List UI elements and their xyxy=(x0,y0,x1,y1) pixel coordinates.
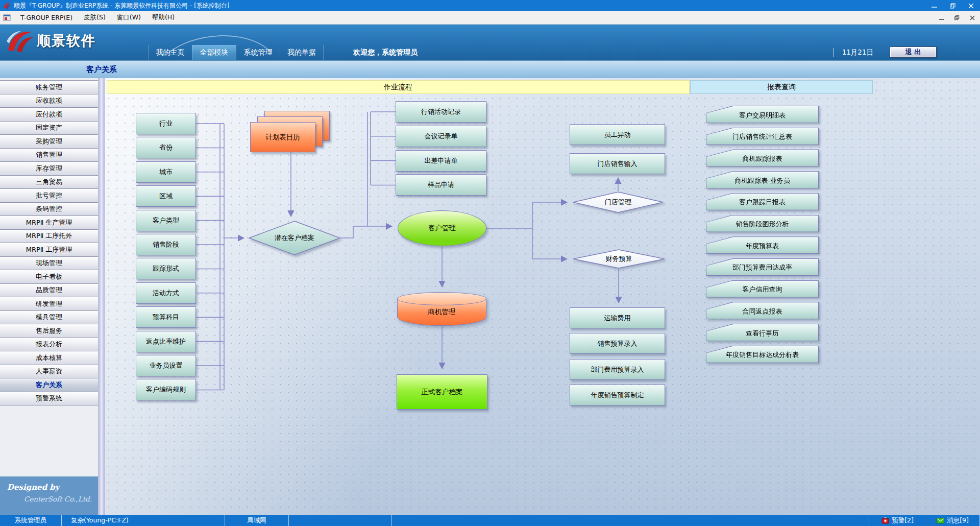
sidebar-item[interactable]: 研发管理 xyxy=(0,297,98,311)
close-icon[interactable] xyxy=(962,0,980,11)
report-box[interactable]: 查看行事历 xyxy=(706,324,819,341)
store-management-diamond[interactable]: 门店管理 xyxy=(573,192,664,213)
report-box[interactable]: 商机跟踪表-业务员 xyxy=(706,171,819,188)
flow-box[interactable]: 客户编码规则 xyxy=(136,379,196,400)
sidebar-item[interactable]: 条码管控 xyxy=(0,203,98,217)
sidebar-item[interactable]: 人事薪资 xyxy=(0,365,98,379)
flow-box[interactable]: 返点比率维护 xyxy=(136,331,196,352)
title-bar: 顺景『T-GROUP』制造业ERP系统 - 东莞顺景软件科技有限公司 - [系统… xyxy=(0,0,980,11)
flow-box[interactable]: 客户类型 xyxy=(136,210,196,231)
sidebar-splitter[interactable] xyxy=(99,78,105,515)
sidebar-item[interactable]: MRPⅡ 工序管理 xyxy=(0,243,98,257)
status-empty-cell xyxy=(288,515,391,526)
sidebar-item[interactable]: 成本核算 xyxy=(0,351,98,365)
restore-icon[interactable] xyxy=(943,0,962,11)
report-box[interactable]: 年度销售目标达成分析表 xyxy=(706,346,819,363)
flow-box[interactable]: 城市 xyxy=(136,161,196,183)
report-box[interactable]: 客户跟踪日报表 xyxy=(706,193,819,210)
report-box[interactable]: 销售阶段图形分析 xyxy=(706,215,819,232)
report-box[interactable]: 客户信用查询 xyxy=(706,280,819,298)
status-alert[interactable]: 预警[2] xyxy=(869,515,926,526)
menu-item-3[interactable]: 帮助(H) xyxy=(146,11,180,24)
report-box-label: 商机跟踪报表 xyxy=(706,149,819,166)
status-user: 系统管理员 xyxy=(0,515,61,526)
designed-by-panel: Designed by CenterSoft Co.,Ltd. xyxy=(0,476,98,515)
flow-box[interactable]: 员工异动 xyxy=(570,124,665,145)
flow-box[interactable]: 行业 xyxy=(136,113,196,134)
sidebar-item[interactable]: 销售管理 xyxy=(0,149,98,162)
tab-1[interactable]: 全部模块 xyxy=(192,45,236,60)
sidebar-item[interactable]: 客户关系 xyxy=(0,378,98,392)
report-box[interactable]: 年度预算表 xyxy=(706,236,819,254)
module-list: 账务管理应收款项应付款项固定资产采购管理销售管理库存管理三角贸易批号管控条码管控… xyxy=(0,80,98,405)
sidebar-item[interactable]: 应付款项 xyxy=(0,108,98,122)
flow-box[interactable]: 门店销售输入 xyxy=(570,153,665,174)
module-sub-header: 客户关系 xyxy=(0,60,980,78)
flow-box[interactable]: 销售预算录入 xyxy=(570,333,665,354)
flow-box[interactable]: 出差申请单 xyxy=(396,150,486,172)
flow-box[interactable]: 部门费用预算录入 xyxy=(570,359,665,380)
sidebar-item[interactable]: MRPⅡ 生产管理 xyxy=(0,216,98,230)
report-box[interactable]: 合同返点报表 xyxy=(706,302,819,319)
sidebar-item[interactable]: 售后服务 xyxy=(0,324,98,338)
mdi-close-icon[interactable] xyxy=(965,11,980,24)
flow-box[interactable]: 活动方式 xyxy=(136,282,196,304)
sidebar-item[interactable]: 现场管理 xyxy=(0,257,98,271)
flow-box[interactable]: 样品申请 xyxy=(396,174,486,196)
mdi-window-controls xyxy=(934,11,980,24)
opportunity-management-cylinder[interactable]: 商机管理 xyxy=(397,292,486,326)
menu-item-2[interactable]: 窗口(W) xyxy=(111,11,146,24)
sidebar-item[interactable]: 品质管理 xyxy=(0,284,98,298)
status-network: 局域网 xyxy=(225,515,288,526)
flow-box[interactable]: 省份 xyxy=(136,137,196,158)
status-alert-label: 预警[2] xyxy=(892,516,914,525)
sidebar-item[interactable]: 库存管理 xyxy=(0,162,98,176)
mdi-minimize-icon[interactable] xyxy=(934,11,949,24)
flow-box[interactable]: 预算科目 xyxy=(136,306,196,328)
sidebar-item[interactable]: 预警系统 xyxy=(0,392,98,406)
sidebar-item[interactable]: 报表分析 xyxy=(0,338,98,352)
prospect-file-diamond[interactable]: 潜在客户档案 xyxy=(249,221,340,255)
menu-item-0[interactable]: T-GROUP ERP(E) xyxy=(15,11,78,24)
flow-box[interactable]: 区域 xyxy=(136,185,196,207)
sidebar-item[interactable]: 批号管控 xyxy=(0,189,98,203)
report-box-label: 查看行事历 xyxy=(706,324,819,341)
designed-by-line2: CenterSoft Co.,Ltd. xyxy=(0,492,98,503)
report-box[interactable]: 客户交易明细表 xyxy=(706,106,819,123)
designed-by-line1: Designed by xyxy=(0,476,98,492)
formal-customer-box[interactable]: 正式客户档案 xyxy=(397,374,487,410)
menu-item-1[interactable]: 皮肤(S) xyxy=(78,11,111,24)
flow-box[interactable]: 业务员设置 xyxy=(136,355,196,376)
sidebar-item[interactable]: 应收款项 xyxy=(0,94,98,108)
sidebar-item[interactable]: 模具管理 xyxy=(0,311,98,325)
report-box[interactable]: 部门预算费用达成率 xyxy=(706,258,819,276)
tab-0[interactable]: 我的主页 xyxy=(148,45,192,60)
sidebar-item[interactable]: 三角贸易 xyxy=(0,176,98,189)
report-box[interactable]: 门店销售统计汇总表 xyxy=(706,128,819,145)
flow-box[interactable]: 运输费用 xyxy=(570,307,665,328)
flow-box[interactable]: 年度销售预算制定 xyxy=(570,385,665,405)
report-box-label: 合同返点报表 xyxy=(706,302,819,319)
customer-management-ellipse[interactable]: 客户管理 xyxy=(398,210,486,246)
flow-box[interactable]: 销售阶段 xyxy=(136,234,196,255)
exit-button[interactable]: 退 出 xyxy=(890,46,937,58)
sidebar-item[interactable]: 账务管理 xyxy=(0,81,98,94)
report-box[interactable]: 商机跟踪报表 xyxy=(706,149,819,166)
flow-box[interactable]: 会议记录单 xyxy=(396,126,486,147)
menu-bar: T-GROUP ERP(E)皮肤(S)窗口(W)帮助(H) xyxy=(0,11,980,25)
minimize-icon[interactable] xyxy=(925,0,943,11)
tab-2[interactable]: 系统管理 xyxy=(236,45,280,60)
sidebar-item[interactable]: 采购管理 xyxy=(0,135,98,149)
mdi-restore-icon[interactable] xyxy=(949,11,965,24)
flow-box[interactable]: 行销活动记录 xyxy=(396,101,486,123)
header-nav-row: 我的主页全部模块系统管理我的单据 欢迎您，系统管理员 11月21日 退 出 xyxy=(0,45,980,60)
sidebar-item[interactable]: 电子看板 xyxy=(0,270,98,284)
status-message[interactable]: 消息[9] xyxy=(926,515,980,526)
sidebar-item[interactable]: MRPⅡ 工序托外 xyxy=(0,230,98,244)
status-message-label: 消息[9] xyxy=(947,516,969,525)
schedule-calendar-card[interactable]: 计划表日历 xyxy=(250,122,315,152)
sidebar-item[interactable]: 固定资产 xyxy=(0,122,98,135)
finance-budget-diamond[interactable]: 财务预算 xyxy=(573,249,665,269)
flow-box[interactable]: 跟踪形式 xyxy=(136,258,196,279)
tab-3[interactable]: 我的单据 xyxy=(280,45,324,60)
